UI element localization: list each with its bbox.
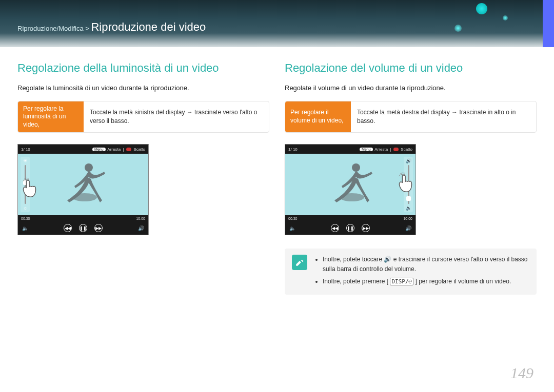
brightness-high-icon: ☀	[23, 158, 27, 163]
volume-icon[interactable]: 🔊	[405, 225, 411, 231]
shoot-chip	[126, 148, 131, 151]
instruction-label: Per regolare il volume di un video,	[285, 101, 351, 132]
player-controls: 🔈 ◀◀ ❚❚ ▶▶ 🔊	[285, 221, 416, 235]
forward-button[interactable]: ▶▶	[362, 224, 370, 232]
time-duration: 10:00	[136, 217, 145, 220]
dancer-illustration	[55, 156, 111, 208]
pause-button[interactable]: ❚❚	[79, 224, 87, 232]
decor-bokeh	[503, 15, 508, 20]
slider-knob[interactable]	[406, 196, 411, 201]
pen-note-icon	[292, 255, 307, 270]
breadcrumb-title: Riproduzione dei video	[91, 20, 206, 33]
stop-label: Arresta	[374, 147, 388, 152]
player-screen: ☀ ☼	[18, 154, 148, 215]
note-item: Inoltre, potete toccare 🔊 e trascinare i…	[323, 255, 529, 275]
instruction-row: Per regolare la luminosità di un video, …	[17, 101, 269, 133]
forward-button[interactable]: ▶▶	[94, 224, 103, 232]
instruction-text: Toccate la metà sinistra del display → t…	[84, 101, 269, 132]
section-desc: Regolate il volume di un video durante l…	[285, 84, 537, 92]
menu-chip: Menu	[92, 148, 106, 151]
topbar-right: Menu Arresta | Scatto	[92, 147, 145, 152]
player-topbar: 1/ 10 Menu Arresta | Scatto	[18, 145, 148, 154]
player-screen: 🔊 🔈	[285, 154, 416, 215]
page-header: Riproduzione/Modifica > Riproduzione dei…	[0, 0, 554, 47]
time-current: 00:30	[21, 217, 30, 220]
volume-low-icon: 🔈	[406, 205, 411, 211]
note-list: Inoltre, potete toccare 🔊 e trascinare i…	[314, 255, 529, 288]
topbar-right: Menu Arresta | Scatto	[360, 147, 412, 152]
section-brightness: Regolazione della luminosità di un video…	[17, 61, 269, 295]
decor-bokeh	[454, 25, 462, 32]
speaker-inline-icon: 🔊	[384, 255, 391, 264]
page-number: 149	[510, 364, 533, 382]
touch-hand-icon	[395, 171, 419, 195]
player-topbar: 1/ 10 Menu Arresta | Scatto	[285, 145, 416, 154]
volume-high-icon: 🔊	[406, 158, 411, 163]
video-player-illustration: 1/ 10 Menu Arresta | Scatto ☀ ☼	[17, 144, 149, 235]
svg-point-1	[72, 193, 97, 201]
clip-counter: 1/ 10	[288, 147, 298, 152]
stop-label: Arresta	[107, 147, 121, 152]
touch-hand-icon	[19, 176, 43, 200]
page-body: Regolazione della luminosità di un video…	[0, 47, 554, 295]
svg-point-2	[352, 163, 360, 172]
shoot-label: Scatto	[133, 147, 145, 152]
breadcrumb-prefix: Riproduzione/Modifica >	[17, 25, 91, 32]
time-current: 00:30	[288, 217, 298, 220]
shoot-chip	[393, 148, 399, 151]
progress-bar: 00:30 10:00	[18, 215, 148, 221]
brightness-low-icon: ☼	[23, 205, 27, 211]
instruction-row: Per regolare il volume di un video, Tocc…	[285, 101, 537, 133]
progress-bar: 00:30 10:00	[285, 215, 416, 221]
volume-icon[interactable]: 🔊	[138, 225, 144, 231]
player-controls: 🔈 ◀◀ ❚❚ ▶▶ 🔊	[18, 221, 148, 235]
note-text: Inoltre, potete toccare	[323, 256, 384, 263]
menu-chip: Menu	[360, 148, 373, 151]
dancer-illustration	[322, 156, 379, 208]
decor-bokeh	[476, 3, 487, 14]
section-title: Regolazione del volume di un video	[285, 61, 537, 75]
video-player-illustration: 1/ 10 Menu Arresta | Scatto 🔊 🔈	[285, 144, 416, 235]
section-volume: Regolazione del volume di un video Regol…	[285, 61, 537, 295]
shoot-label: Scatto	[401, 147, 412, 152]
instruction-text: Toccate la metà destra del display → tra…	[351, 101, 536, 132]
note-text: Inoltre, potete premere [	[323, 278, 388, 285]
clip-counter: 1/ 10	[21, 147, 30, 152]
section-title: Regolazione della luminosità di un video	[17, 61, 269, 75]
svg-point-0	[85, 163, 93, 172]
note-box: Inoltre, potete toccare 🔊 e trascinare i…	[285, 249, 537, 295]
disp-button-label: DISP/℮	[390, 278, 413, 285]
rewind-button[interactable]: ◀◀	[331, 224, 339, 232]
svg-point-3	[340, 193, 364, 201]
volume-mute-icon[interactable]: 🔈	[22, 225, 28, 231]
instruction-label: Per regolare la luminosità di un video,	[18, 101, 84, 132]
section-desc: Regolate la luminosità di un video duran…	[17, 84, 269, 92]
rewind-button[interactable]: ◀◀	[64, 224, 72, 232]
volume-mute-icon[interactable]: 🔈	[289, 225, 295, 231]
time-duration: 10:00	[403, 217, 412, 220]
note-item: Inoltre, potete premere [ DISP/℮ ] per r…	[323, 277, 529, 286]
pause-button[interactable]: ❚❚	[346, 224, 354, 232]
note-text: ] per regolare il volume di un video.	[416, 278, 511, 285]
